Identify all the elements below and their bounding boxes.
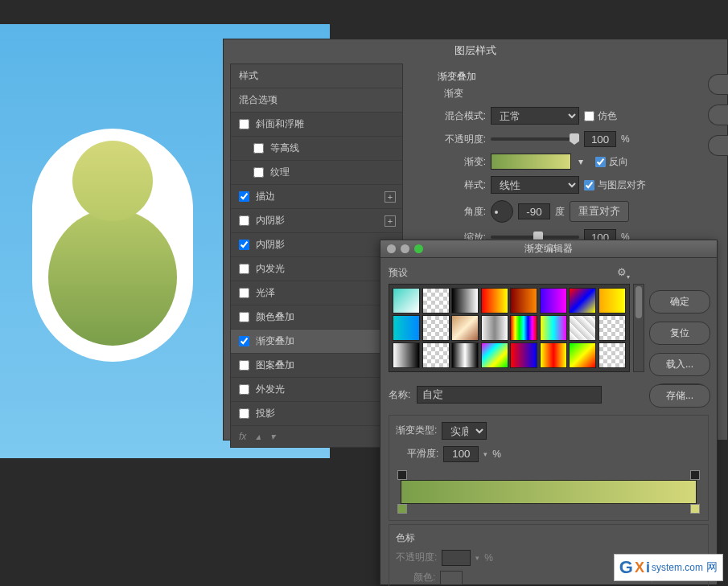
plus-icon[interactable]: + (385, 215, 396, 227)
preset-swatch-3[interactable] (481, 288, 508, 313)
style-item-label: 图案叠加 (256, 359, 294, 372)
style-item-label: 纹理 (270, 166, 290, 179)
styles-header[interactable]: 样式 (231, 64, 402, 88)
load-button[interactable]: 载入... (649, 353, 710, 376)
opacity-stop-label: 不透明度: (396, 551, 437, 564)
smoothness-input[interactable] (443, 446, 479, 462)
style-item-6[interactable]: 内发光 (231, 257, 402, 281)
style-checkbox[interactable] (239, 288, 249, 298)
opacity-slider[interactable] (491, 137, 579, 141)
preset-swatch-9[interactable] (422, 315, 450, 341)
new-style-button-stub[interactable] (708, 135, 728, 156)
preset-swatch-12[interactable] (510, 315, 537, 341)
gradient-bar[interactable] (396, 470, 701, 514)
style-item-8[interactable]: 颜色叠加+ (231, 305, 402, 330)
blend-options-header[interactable]: 混合选项 (231, 88, 402, 113)
style-checkbox[interactable] (239, 240, 249, 250)
style-checkbox[interactable] (253, 167, 264, 178)
opacity-label: 不透明度: (438, 133, 486, 146)
reset-button[interactable]: 复位 (649, 322, 710, 345)
plus-icon[interactable]: + (385, 191, 396, 203)
style-item-3[interactable]: 描边+ (231, 185, 402, 209)
maximize-icon[interactable] (414, 244, 423, 253)
blend-mode-select[interactable]: 正常 (491, 107, 579, 125)
style-item-4[interactable]: 内阴影+ (231, 209, 402, 233)
align-checkbox[interactable]: 与图层对齐 (584, 178, 646, 192)
style-item-12[interactable]: 投影+ (231, 402, 402, 426)
ok-button-stub[interactable] (708, 74, 728, 95)
angle-dial[interactable] (491, 200, 513, 223)
style-item-11[interactable]: 外发光 (231, 378, 402, 402)
opacity-input[interactable] (584, 131, 616, 147)
preset-swatch-11[interactable] (481, 315, 508, 341)
style-checkbox[interactable] (239, 215, 249, 226)
style-checkbox[interactable] (239, 408, 249, 419)
style-checkbox[interactable] (239, 360, 249, 371)
gradient-type-select[interactable]: 实底 (442, 422, 487, 440)
style-item-5[interactable]: 内阴影+ (231, 233, 402, 257)
preset-swatch-10[interactable] (451, 315, 479, 341)
arrow-down-icon[interactable]: ▾ (270, 431, 275, 442)
arrow-up-icon[interactable]: ▴ (256, 431, 261, 442)
style-checkbox[interactable] (239, 384, 249, 395)
style-select[interactable]: 线性 (491, 176, 579, 194)
opacity-stop-right[interactable] (690, 470, 700, 480)
preset-swatch-7[interactable] (598, 288, 626, 313)
scale-slider[interactable] (491, 236, 579, 239)
fx-icon[interactable]: fx (239, 431, 246, 442)
gradient-preview[interactable] (491, 154, 571, 170)
style-item-9[interactable]: 渐变叠加+ (231, 330, 402, 354)
minimize-icon[interactable] (401, 244, 409, 253)
preset-swatch-8[interactable] (393, 315, 420, 341)
preset-swatch-14[interactable] (569, 315, 596, 341)
style-checkbox[interactable] (253, 143, 264, 154)
preset-swatch-2[interactable] (451, 288, 479, 313)
preset-swatch-0[interactable] (393, 288, 420, 313)
preset-swatch-18[interactable] (451, 342, 479, 368)
angle-input[interactable] (518, 203, 550, 219)
style-item-label: 投影 (256, 407, 275, 420)
color-stop-right[interactable] (690, 504, 700, 514)
style-checkbox[interactable] (239, 264, 249, 274)
close-icon[interactable] (387, 244, 396, 253)
style-item-label: 等高线 (270, 141, 299, 155)
preset-swatch-16[interactable] (393, 342, 420, 368)
style-item-7[interactable]: 光泽 (231, 281, 402, 305)
style-item-label: 斜面和浮雕 (256, 117, 304, 131)
preset-swatch-13[interactable] (540, 315, 567, 341)
style-checkbox[interactable] (239, 191, 249, 202)
blend-mode-label: 混合模式: (438, 109, 486, 123)
editor-titlebar[interactable]: 渐变编辑器 (380, 240, 717, 258)
preset-swatch-17[interactable] (422, 342, 450, 368)
preset-swatch-23[interactable] (598, 342, 626, 368)
opacity-stop-input (442, 550, 471, 566)
ok-button[interactable]: 确定 (649, 290, 710, 313)
style-item-0[interactable]: 斜面和浮雕 (231, 113, 402, 137)
style-checkbox[interactable] (239, 119, 249, 129)
reset-align-button[interactable]: 重置对齐 (570, 201, 629, 222)
style-item-1[interactable]: 等高线 (231, 137, 402, 161)
opacity-stop-left[interactable] (397, 470, 407, 480)
preset-swatch-1[interactable] (422, 288, 450, 313)
reverse-checkbox[interactable]: 反向 (595, 155, 628, 169)
presets-scrollbar[interactable] (633, 284, 644, 372)
preset-swatch-21[interactable] (540, 342, 567, 368)
gradient-overlay-panel: 渐变叠加 渐变 混合模式: 正常 仿色 不透明度: % 渐变: 反向 (425, 64, 714, 258)
gear-icon[interactable]: ⚙▾ (617, 266, 630, 281)
preset-swatch-22[interactable] (569, 342, 596, 368)
style-checkbox[interactable] (239, 312, 249, 322)
preset-swatch-5[interactable] (540, 288, 567, 313)
cancel-button-stub[interactable] (708, 104, 728, 125)
style-item-2[interactable]: 纹理 (231, 161, 402, 185)
preset-swatch-19[interactable] (481, 342, 508, 368)
save-button[interactable]: 存储... (649, 384, 710, 408)
style-checkbox[interactable] (239, 336, 249, 346)
preset-swatch-15[interactable] (598, 315, 626, 341)
style-item-10[interactable]: 图案叠加 (231, 354, 402, 378)
name-input[interactable] (417, 386, 602, 404)
preset-swatch-6[interactable] (569, 288, 596, 313)
preset-swatch-20[interactable] (510, 342, 537, 368)
preset-swatch-4[interactable] (510, 288, 537, 313)
dither-checkbox[interactable]: 仿色 (584, 109, 617, 123)
color-stop-left[interactable] (397, 504, 407, 514)
